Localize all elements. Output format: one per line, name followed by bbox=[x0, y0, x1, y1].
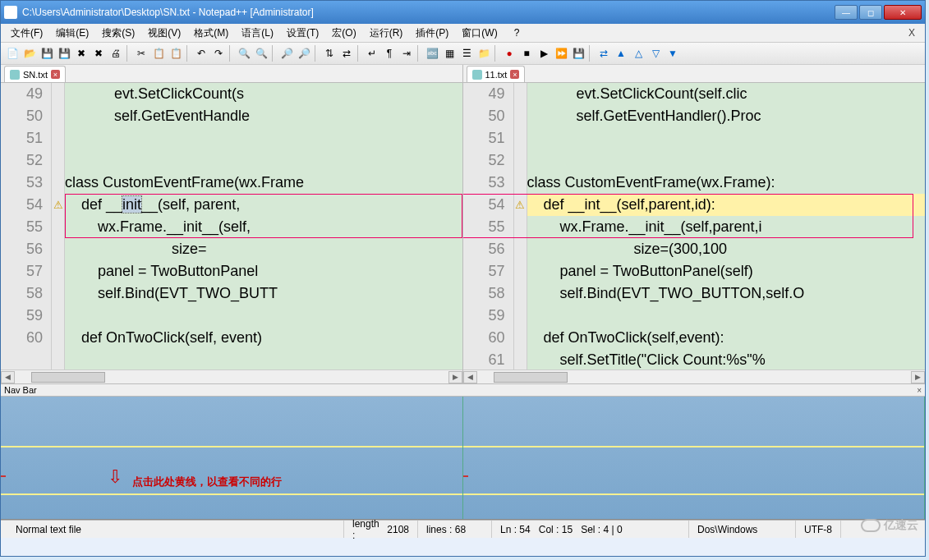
play-macro-icon[interactable]: ▶ bbox=[536, 45, 552, 62]
left-editor[interactable]: 495051525354555657585960 ⚠ evt.SetClickC… bbox=[1, 83, 462, 370]
status-encoding: Dos\Windows bbox=[689, 521, 796, 538]
left-tabbar: SN.txt × bbox=[1, 65, 462, 83]
file-icon bbox=[10, 70, 20, 80]
sync-h-icon[interactable]: ⇄ bbox=[338, 45, 355, 62]
navbar-close-icon[interactable]: × bbox=[917, 386, 922, 395]
compare-icon[interactable]: ⇄ bbox=[596, 45, 612, 62]
stop-macro-icon[interactable]: ■ bbox=[518, 45, 535, 62]
status-length: length : 2108 bbox=[344, 521, 418, 538]
app-icon bbox=[4, 6, 17, 19]
indent-guide-icon[interactable]: ⇥ bbox=[398, 45, 415, 62]
status-filetype: Normal text file bbox=[7, 521, 344, 538]
left-tab[interactable]: SN.txt × bbox=[4, 66, 66, 82]
sync-v-icon[interactable]: ⇅ bbox=[321, 45, 338, 62]
tab-close-icon[interactable]: × bbox=[510, 70, 519, 79]
statusbar: Normal text file length : 2108 lines : 6… bbox=[1, 520, 925, 538]
nav-first-icon[interactable]: ▲ bbox=[613, 45, 629, 62]
arrow-down-icon: ⇩ bbox=[108, 466, 122, 488]
scroll-thumb[interactable] bbox=[31, 372, 105, 383]
scroll-left-icon[interactable]: ◀ bbox=[463, 371, 477, 383]
file-icon bbox=[472, 70, 482, 80]
split-editor: SN.txt × 495051525354555657585960 ⚠ evt.… bbox=[1, 65, 925, 383]
scroll-right-icon[interactable]: ▶ bbox=[448, 371, 462, 383]
menu-settings[interactable]: 设置(T) bbox=[280, 25, 325, 42]
status-lines: lines : 68 bbox=[418, 521, 492, 538]
nav-last-icon[interactable]: ▼ bbox=[665, 45, 681, 62]
menu-run[interactable]: 运行(R) bbox=[363, 25, 410, 42]
left-hscrollbar[interactable]: ◀ ▶ bbox=[1, 370, 462, 383]
tab-label: SN.txt bbox=[23, 70, 48, 80]
undo-icon[interactable]: ↶ bbox=[193, 45, 209, 62]
zoom-in-icon[interactable]: 🔎 bbox=[278, 45, 295, 62]
right-pane: 11.txt × 49505152535455565758596061 ⚠ ev… bbox=[463, 65, 926, 383]
cloud-icon bbox=[861, 519, 881, 532]
doc-map-icon[interactable]: ▦ bbox=[441, 45, 458, 62]
left-pane: SN.txt × 495051525354555657585960 ⚠ evt.… bbox=[1, 65, 463, 383]
right-tabbar: 11.txt × bbox=[463, 65, 926, 83]
save-icon[interactable]: 💾 bbox=[39, 45, 55, 62]
record-macro-icon[interactable]: ● bbox=[501, 45, 517, 62]
copy-icon[interactable]: 📋 bbox=[150, 45, 167, 62]
save-all-icon[interactable]: 💾 bbox=[56, 45, 72, 62]
menu-file[interactable]: 文件(F) bbox=[4, 25, 49, 42]
navbar-hint: 点击此处黄线，以查看不同的行 bbox=[132, 475, 282, 489]
menu-search[interactable]: 搜索(S) bbox=[95, 25, 141, 42]
close-file-icon[interactable]: ✖ bbox=[73, 45, 90, 62]
toolbar: 📄 📂 💾 💾 ✖ ✖ 🖨 ✂ 📋 📋 ↶ ↷ 🔍 🔍 🔎 🔎 ⇅ ⇄ ↵ ¶ … bbox=[1, 42, 925, 65]
func-list-icon[interactable]: ☰ bbox=[458, 45, 475, 62]
menu-macro[interactable]: 宏(O) bbox=[325, 25, 362, 42]
tab-close-icon[interactable]: × bbox=[51, 70, 60, 79]
menu-language[interactable]: 语言(L) bbox=[235, 25, 280, 42]
print-icon[interactable]: 🖨 bbox=[108, 45, 124, 62]
scroll-right-icon[interactable]: ▶ bbox=[911, 371, 925, 383]
menu-plugins[interactable]: 插件(P) bbox=[409, 25, 455, 42]
menu-help[interactable]: ? bbox=[508, 25, 527, 40]
zoom-out-icon[interactable]: 🔎 bbox=[296, 45, 312, 62]
status-charset: UTF-8 bbox=[796, 521, 841, 538]
titlebar: C:\Users\Administrator\Desktop\SN.txt - … bbox=[1, 1, 925, 24]
right-editor[interactable]: 49505152535455565758596061 ⚠ evt.SetClic… bbox=[463, 83, 926, 370]
paste-icon[interactable]: 📋 bbox=[168, 45, 184, 62]
minimize-button[interactable]: — bbox=[835, 5, 858, 20]
status-position: Ln : 54 Col : 15 Sel : 4 | 0 bbox=[492, 521, 689, 538]
nav-next-icon[interactable]: ▽ bbox=[647, 45, 664, 62]
tab-label: 11.txt bbox=[485, 70, 508, 80]
navbar-header: Nav Bar × bbox=[1, 383, 925, 397]
save-macro-icon[interactable]: 💾 bbox=[570, 45, 586, 62]
scroll-left-icon[interactable]: ◀ bbox=[1, 371, 15, 383]
navbar-panel[interactable]: ⇩ 点击此处黄线，以查看不同的行 bbox=[1, 397, 925, 520]
right-hscrollbar[interactable]: ◀ ▶ bbox=[463, 370, 926, 383]
menu-format[interactable]: 格式(M) bbox=[187, 25, 235, 42]
new-file-icon[interactable]: 📄 bbox=[4, 45, 21, 62]
scroll-thumb[interactable] bbox=[494, 372, 568, 383]
watermark: 亿速云 bbox=[861, 518, 918, 533]
menu-view[interactable]: 视图(V) bbox=[141, 25, 187, 42]
find-icon[interactable]: 🔍 bbox=[236, 45, 252, 62]
close-all-icon[interactable]: ✖ bbox=[90, 45, 107, 62]
nav-prev-icon[interactable]: △ bbox=[630, 45, 646, 62]
window-title: C:\Users\Administrator\Desktop\SN.txt - … bbox=[22, 7, 833, 18]
allchars-icon[interactable]: ¶ bbox=[381, 45, 398, 62]
navbar-title: Nav Bar bbox=[4, 385, 37, 395]
lang-icon[interactable]: 🔤 bbox=[424, 45, 440, 62]
redo-icon[interactable]: ↷ bbox=[210, 45, 227, 62]
close-button[interactable]: ✕ bbox=[884, 5, 922, 20]
right-tab[interactable]: 11.txt × bbox=[467, 66, 526, 82]
folder-workspace-icon[interactable]: 📁 bbox=[476, 45, 492, 62]
menu-edit[interactable]: 编辑(E) bbox=[49, 25, 95, 42]
play-multi-icon[interactable]: ⏩ bbox=[553, 45, 569, 62]
menu-mdi-close[interactable]: X bbox=[902, 27, 922, 39]
maximize-button[interactable]: ◻ bbox=[859, 5, 882, 20]
wordwrap-icon[interactable]: ↵ bbox=[364, 45, 380, 62]
menu-window[interactable]: 窗口(W) bbox=[455, 25, 504, 42]
cut-icon[interactable]: ✂ bbox=[133, 45, 149, 62]
open-file-icon[interactable]: 📂 bbox=[21, 45, 38, 62]
menubar: 文件(F) 编辑(E) 搜索(S) 视图(V) 格式(M) 语言(L) 设置(T… bbox=[1, 24, 925, 42]
replace-icon[interactable]: 🔍 bbox=[253, 45, 269, 62]
